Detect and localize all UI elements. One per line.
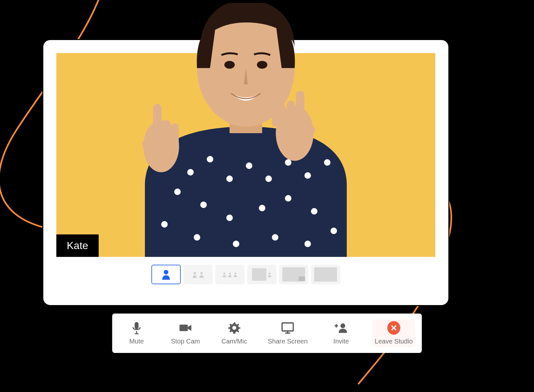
cam-mic-settings-button[interactable]: Cam/Mic [216, 319, 252, 347]
svg-point-41 [234, 273, 236, 274]
layout-selector [56, 257, 435, 292]
svg-point-10 [200, 202, 207, 208]
svg-point-17 [233, 241, 239, 247]
svg-rect-28 [172, 123, 179, 143]
mute-label: Mute [129, 338, 144, 345]
microphone-icon [130, 321, 143, 334]
person-icon [222, 272, 227, 277]
stop-cam-label: Stop Cam [171, 338, 200, 345]
monitor-icon [281, 321, 294, 334]
svg-point-8 [324, 159, 330, 166]
invite-user-icon [335, 321, 348, 334]
svg-point-6 [285, 159, 291, 166]
video-feed: Kate [56, 53, 435, 257]
layout-option-screen-only[interactable] [311, 265, 340, 284]
svg-point-16 [194, 234, 200, 241]
svg-rect-48 [282, 323, 293, 331]
svg-rect-32 [287, 101, 295, 125]
svg-point-11 [226, 215, 233, 221]
svg-point-12 [259, 205, 265, 211]
presenter-video [99, 3, 392, 257]
svg-point-36 [164, 270, 168, 274]
invite-button[interactable]: Invite [323, 319, 359, 347]
screen-rect-icon [314, 267, 337, 282]
studio-window: Kate [42, 39, 449, 306]
svg-point-24 [257, 61, 267, 69]
svg-rect-34 [272, 109, 278, 127]
presenter-name-badge: Kate [56, 234, 99, 257]
gear-icon [228, 321, 241, 334]
layout-option-screen-pip[interactable] [279, 265, 308, 284]
svg-point-4 [246, 162, 252, 169]
layout-option-three-up[interactable] [215, 265, 245, 284]
svg-point-39 [223, 273, 225, 274]
video-camera-icon [179, 321, 192, 334]
control-toolbar: Mute Stop Cam Cam/Mic Share Scre [112, 314, 422, 353]
svg-point-7 [304, 172, 311, 179]
svg-point-3 [226, 175, 233, 182]
invite-label: Invite [333, 338, 349, 345]
presenter-name-text: Kate [67, 240, 88, 251]
svg-point-13 [285, 195, 291, 202]
svg-point-19 [304, 241, 311, 247]
person-icon [267, 272, 272, 277]
leave-studio-button[interactable]: Leave Studio [372, 319, 415, 347]
person-icon [192, 271, 198, 278]
svg-point-18 [272, 234, 278, 241]
close-icon [387, 321, 400, 334]
svg-point-1 [187, 169, 194, 175]
svg-rect-33 [278, 104, 286, 125]
mute-button[interactable]: Mute [119, 319, 154, 347]
svg-point-15 [161, 221, 168, 228]
svg-point-38 [200, 272, 203, 275]
person-icon [162, 269, 171, 280]
svg-point-9 [174, 189, 181, 195]
svg-point-2 [207, 156, 213, 162]
svg-point-14 [311, 208, 317, 215]
svg-point-23 [224, 61, 235, 69]
svg-point-5 [265, 175, 272, 182]
svg-rect-31 [296, 91, 304, 119]
svg-point-20 [330, 228, 337, 234]
stop-cam-button[interactable]: Stop Cam [167, 319, 203, 347]
svg-rect-26 [153, 104, 162, 133]
person-icon [199, 271, 204, 278]
cam-mic-label: Cam/Mic [221, 338, 247, 345]
share-screen-label: Share Screen [268, 338, 307, 345]
svg-point-42 [269, 273, 271, 274]
layout-option-screen-speaker[interactable] [247, 265, 276, 284]
pip-rect-icon [299, 276, 305, 281]
svg-rect-27 [163, 120, 171, 143]
svg-point-37 [193, 272, 196, 275]
svg-point-40 [229, 273, 231, 274]
svg-rect-43 [134, 322, 138, 329]
leave-label: Leave Studio [375, 338, 413, 345]
layout-option-single[interactable] [151, 265, 181, 284]
svg-rect-46 [179, 325, 188, 331]
share-screen-button[interactable]: Share Screen [265, 319, 310, 347]
svg-point-47 [232, 326, 236, 330]
svg-point-51 [341, 323, 345, 328]
layout-option-two-up[interactable] [183, 265, 213, 284]
person-icon [233, 272, 238, 277]
screen-rect-icon [252, 268, 266, 281]
person-icon [228, 272, 232, 277]
